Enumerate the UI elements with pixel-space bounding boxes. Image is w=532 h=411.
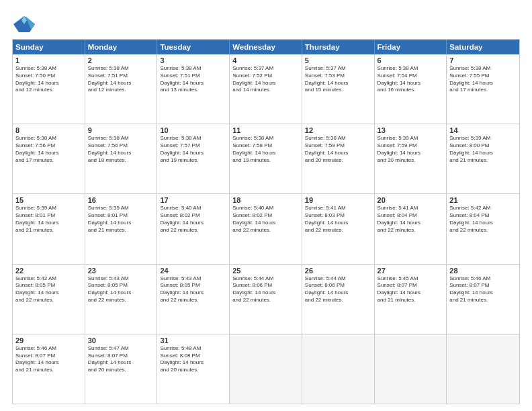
day-number: 27	[378, 267, 444, 275]
day-info: Sunrise: 5:39 AMSunset: 8:01 PMDaylight:…	[88, 205, 154, 234]
calendar-cell: 28Sunrise: 5:46 AMSunset: 8:07 PMDayligh…	[447, 265, 519, 334]
calendar-header: SundayMondayTuesdayWednesdayThursdayFrid…	[13, 40, 519, 54]
calendar-cell: 6Sunrise: 5:38 AMSunset: 7:54 PMDaylight…	[375, 54, 447, 124]
calendar-week-5: 29Sunrise: 5:46 AMSunset: 8:07 PMDayligh…	[13, 334, 519, 404]
calendar-week-3: 15Sunrise: 5:39 AMSunset: 8:01 PMDayligh…	[13, 193, 519, 263]
day-number: 17	[160, 196, 226, 204]
calendar-cell: 19Sunrise: 5:41 AMSunset: 8:03 PMDayligh…	[302, 194, 375, 263]
calendar-cell: 11Sunrise: 5:38 AMSunset: 7:58 PMDayligh…	[230, 124, 302, 193]
header-day-friday: Friday	[375, 40, 447, 54]
day-number: 14	[449, 126, 517, 134]
calendar-cell: 15Sunrise: 5:39 AMSunset: 8:01 PMDayligh…	[13, 194, 85, 263]
calendar-cell: 22Sunrise: 5:42 AMSunset: 8:05 PMDayligh…	[13, 265, 85, 334]
day-info: Sunrise: 5:38 AMSunset: 7:54 PMDaylight:…	[378, 65, 444, 94]
day-number: 23	[88, 267, 154, 275]
day-info: Sunrise: 5:46 AMSunset: 8:07 PMDaylight:…	[449, 275, 517, 304]
day-info: Sunrise: 5:38 AMSunset: 7:50 PMDaylight:…	[15, 65, 82, 94]
calendar-week-1: 1Sunrise: 5:38 AMSunset: 7:50 PMDaylight…	[13, 54, 519, 124]
calendar-cell	[375, 334, 447, 404]
day-info: Sunrise: 5:46 AMSunset: 8:07 PMDaylight:…	[15, 345, 82, 374]
calendar-cell: 30Sunrise: 5:47 AMSunset: 8:07 PMDayligh…	[85, 334, 158, 404]
day-number: 26	[305, 267, 371, 275]
day-number: 8	[15, 126, 82, 134]
day-number: 20	[378, 196, 444, 204]
day-number: 29	[15, 336, 82, 345]
page: SundayMondayTuesdayWednesdayThursdayFrid…	[0, 0, 532, 411]
calendar-cell: 5Sunrise: 5:37 AMSunset: 7:53 PMDaylight…	[302, 54, 375, 124]
header-day-saturday: Saturday	[447, 40, 519, 54]
day-info: Sunrise: 5:45 AMSunset: 8:07 PMDaylight:…	[378, 275, 444, 304]
calendar-cell: 18Sunrise: 5:40 AMSunset: 8:02 PMDayligh…	[230, 194, 302, 263]
day-number: 9	[88, 126, 154, 134]
day-info: Sunrise: 5:38 AMSunset: 7:56 PMDaylight:…	[88, 135, 154, 164]
day-info: Sunrise: 5:37 AMSunset: 7:52 PMDaylight:…	[232, 65, 299, 94]
calendar-cell: 27Sunrise: 5:45 AMSunset: 8:07 PMDayligh…	[375, 265, 447, 334]
day-number: 21	[449, 196, 517, 204]
calendar-cell: 24Sunrise: 5:43 AMSunset: 8:05 PMDayligh…	[157, 265, 230, 334]
calendar-cell: 10Sunrise: 5:38 AMSunset: 7:57 PMDayligh…	[157, 124, 230, 193]
calendar-week-2: 8Sunrise: 5:38 AMSunset: 7:56 PMDaylight…	[13, 124, 519, 193]
calendar-cell: 4Sunrise: 5:37 AMSunset: 7:52 PMDaylight…	[230, 54, 302, 124]
calendar-cell	[230, 334, 302, 404]
day-number: 30	[88, 336, 154, 345]
calendar-cell: 9Sunrise: 5:38 AMSunset: 7:56 PMDaylight…	[85, 124, 158, 193]
calendar-cell: 2Sunrise: 5:38 AMSunset: 7:51 PMDaylight…	[85, 54, 158, 124]
calendar-cell	[447, 334, 519, 404]
day-info: Sunrise: 5:38 AMSunset: 7:56 PMDaylight:…	[15, 135, 82, 164]
day-number: 11	[232, 126, 299, 134]
calendar-body: 1Sunrise: 5:38 AMSunset: 7:50 PMDaylight…	[13, 54, 519, 404]
day-info: Sunrise: 5:44 AMSunset: 8:06 PMDaylight:…	[305, 275, 371, 304]
calendar-cell: 14Sunrise: 5:39 AMSunset: 8:00 PMDayligh…	[447, 124, 519, 193]
calendar-cell: 17Sunrise: 5:40 AMSunset: 8:02 PMDayligh…	[157, 194, 230, 263]
day-info: Sunrise: 5:38 AMSunset: 7:57 PMDaylight:…	[160, 135, 226, 164]
day-info: Sunrise: 5:41 AMSunset: 8:03 PMDaylight:…	[305, 205, 371, 234]
day-info: Sunrise: 5:43 AMSunset: 8:05 PMDaylight:…	[88, 275, 154, 304]
day-number: 12	[305, 126, 371, 134]
day-number: 16	[88, 196, 154, 204]
calendar-cell: 26Sunrise: 5:44 AMSunset: 8:06 PMDayligh…	[302, 265, 375, 334]
day-info: Sunrise: 5:40 AMSunset: 8:02 PMDaylight:…	[232, 205, 299, 234]
calendar-cell: 21Sunrise: 5:42 AMSunset: 8:04 PMDayligh…	[447, 194, 519, 263]
day-info: Sunrise: 5:41 AMSunset: 8:04 PMDaylight:…	[378, 205, 444, 234]
day-number: 24	[160, 267, 226, 275]
day-info: Sunrise: 5:39 AMSunset: 8:01 PMDaylight:…	[15, 205, 82, 234]
day-info: Sunrise: 5:44 AMSunset: 8:06 PMDaylight:…	[232, 275, 299, 304]
day-info: Sunrise: 5:38 AMSunset: 7:59 PMDaylight:…	[305, 135, 371, 164]
calendar-cell: 7Sunrise: 5:38 AMSunset: 7:55 PMDaylight…	[447, 54, 519, 124]
calendar-week-4: 22Sunrise: 5:42 AMSunset: 8:05 PMDayligh…	[13, 264, 519, 334]
day-number: 13	[378, 126, 444, 134]
calendar-cell: 8Sunrise: 5:38 AMSunset: 7:56 PMDaylight…	[13, 124, 85, 193]
calendar-cell: 1Sunrise: 5:38 AMSunset: 7:50 PMDaylight…	[13, 54, 85, 124]
day-number: 2	[88, 56, 154, 64]
day-number: 25	[232, 267, 299, 275]
day-info: Sunrise: 5:38 AMSunset: 7:51 PMDaylight:…	[88, 65, 154, 94]
header-day-wednesday: Wednesday	[230, 40, 302, 54]
day-number: 5	[305, 56, 371, 64]
day-info: Sunrise: 5:40 AMSunset: 8:02 PMDaylight:…	[160, 205, 226, 234]
calendar: SundayMondayTuesdayWednesdayThursdayFrid…	[12, 39, 520, 404]
header-day-monday: Monday	[85, 40, 158, 54]
calendar-cell: 31Sunrise: 5:48 AMSunset: 8:08 PMDayligh…	[157, 334, 230, 404]
day-number: 31	[160, 336, 226, 345]
day-info: Sunrise: 5:48 AMSunset: 8:08 PMDaylight:…	[160, 345, 226, 374]
day-number: 19	[305, 196, 371, 204]
day-number: 10	[160, 126, 226, 134]
day-info: Sunrise: 5:42 AMSunset: 8:04 PMDaylight:…	[449, 205, 517, 234]
day-info: Sunrise: 5:42 AMSunset: 8:05 PMDaylight:…	[15, 275, 82, 304]
header-day-sunday: Sunday	[13, 40, 85, 54]
logo	[12, 15, 39, 34]
day-number: 28	[449, 267, 517, 275]
day-number: 22	[15, 267, 82, 275]
calendar-cell: 16Sunrise: 5:39 AMSunset: 8:01 PMDayligh…	[85, 194, 158, 263]
day-info: Sunrise: 5:38 AMSunset: 7:55 PMDaylight:…	[449, 65, 517, 94]
day-number: 1	[15, 56, 82, 64]
calendar-cell	[302, 334, 375, 404]
logo-icon	[12, 15, 36, 34]
calendar-cell: 29Sunrise: 5:46 AMSunset: 8:07 PMDayligh…	[13, 334, 85, 404]
calendar-cell: 3Sunrise: 5:38 AMSunset: 7:51 PMDaylight…	[157, 54, 230, 124]
day-info: Sunrise: 5:43 AMSunset: 8:05 PMDaylight:…	[160, 275, 226, 304]
header	[12, 12, 520, 34]
header-day-thursday: Thursday	[302, 40, 375, 54]
day-number: 7	[449, 56, 517, 64]
header-day-tuesday: Tuesday	[157, 40, 230, 54]
